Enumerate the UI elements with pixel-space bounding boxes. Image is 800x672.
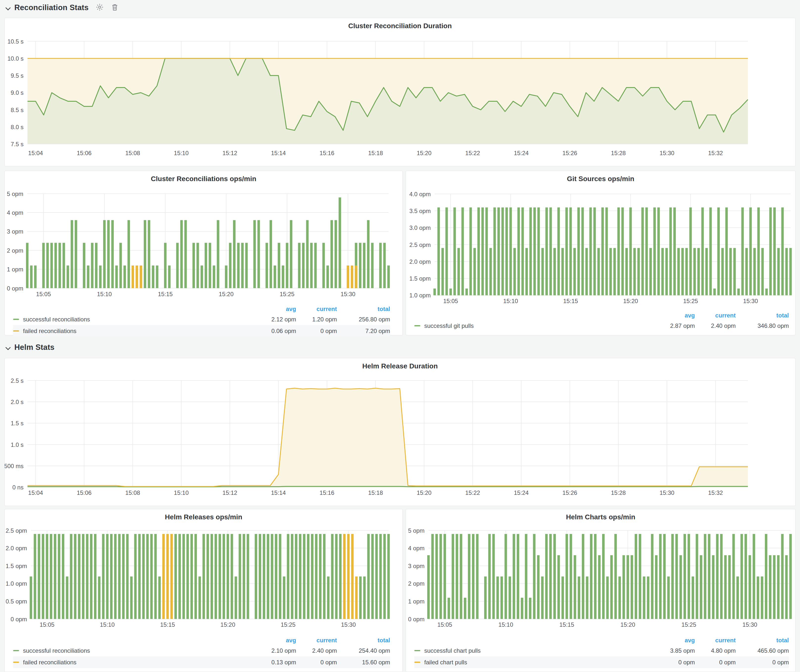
- legend-header: avg current total: [13, 636, 390, 645]
- legend-row: successful chart pulls 3.85 opm 4.80 opm…: [414, 645, 789, 656]
- svg-text:15:30: 15:30: [659, 490, 674, 496]
- series-color-dash: [13, 662, 19, 663]
- svg-text:0 ns: 0 ns: [12, 484, 24, 491]
- col-current[interactable]: current: [695, 312, 736, 319]
- series-color-dash: [414, 650, 420, 651]
- series-label: failed chart pulls: [424, 659, 467, 666]
- section-title[interactable]: Helm Stats: [14, 343, 54, 352]
- svg-text:3 opm: 3 opm: [408, 563, 424, 569]
- svg-text:5 opm: 5 opm: [408, 527, 424, 534]
- svg-text:15:16: 15:16: [320, 150, 334, 156]
- svg-text:15:18: 15:18: [368, 490, 383, 496]
- stat-total: 7.20 opm: [337, 328, 390, 334]
- svg-text:10.0 s: 10.0 s: [7, 55, 24, 62]
- svg-text:1 opm: 1 opm: [408, 598, 424, 605]
- chevron-down-icon[interactable]: [5, 5, 11, 10]
- svg-text:15:15: 15:15: [160, 621, 175, 628]
- svg-text:0 opm: 0 opm: [408, 616, 424, 622]
- col-total[interactable]: total: [736, 312, 789, 319]
- stat-total: 465.60 opm: [736, 647, 789, 654]
- stat-current: 2.40 opm: [296, 647, 337, 654]
- svg-text:4 opm: 4 opm: [408, 545, 424, 552]
- stat-total: 346.80 opm: [736, 322, 789, 329]
- section-reconciliation-stats: Reconciliation Stats: [5, 3, 119, 12]
- legend-row: failed reconciliations 0.13 opm 0 opm 15…: [13, 656, 390, 668]
- svg-text:1 opm: 1 opm: [7, 266, 23, 273]
- svg-text:1.5 opm: 1.5 opm: [6, 563, 27, 569]
- legend-row: failed reconciliations 0.06 opm 0 opm 7.…: [13, 325, 390, 337]
- svg-text:2 opm: 2 opm: [7, 247, 23, 254]
- svg-text:15:10: 15:10: [100, 621, 115, 628]
- stat-avg: 0.13 opm: [253, 659, 296, 666]
- svg-text:2 opm: 2 opm: [408, 580, 424, 587]
- stat-total: 0 opm: [736, 659, 789, 666]
- col-total[interactable]: total: [337, 637, 390, 644]
- col-avg[interactable]: avg: [651, 312, 695, 319]
- col-total[interactable]: total: [736, 637, 789, 644]
- col-current[interactable]: current: [296, 637, 337, 644]
- svg-text:15:05: 15:05: [443, 298, 458, 304]
- panel-cluster-reconciliations-ops: Cluster Reconciliations ops/min 0 opm1 o…: [5, 171, 403, 335]
- svg-text:0.5 opm: 0.5 opm: [6, 598, 27, 605]
- trash-icon[interactable]: [111, 3, 119, 12]
- svg-text:1.5 opm: 1.5 opm: [410, 275, 431, 282]
- svg-text:15:30: 15:30: [341, 291, 355, 298]
- chevron-down-icon[interactable]: [5, 345, 11, 350]
- svg-text:15:30: 15:30: [742, 621, 757, 628]
- cluster-reconciliation-duration-chart[interactable]: 7.5 s8.0 s8.5 s9.0 s9.5 s10.0 s10.5 s15:…: [5, 18, 795, 166]
- section-title[interactable]: Reconciliation Stats: [14, 3, 88, 12]
- svg-text:15:12: 15:12: [222, 150, 237, 156]
- stat-total: 15.60 opm: [337, 659, 390, 666]
- legend: avg current total successful git pulls 2…: [414, 311, 789, 331]
- svg-text:0 opm: 0 opm: [7, 285, 23, 292]
- svg-text:2.0 s: 2.0 s: [11, 398, 24, 405]
- series-label: failed reconciliations: [23, 659, 77, 666]
- col-avg[interactable]: avg: [253, 306, 296, 312]
- gear-icon[interactable]: [96, 3, 104, 12]
- series-label: successful reconciliations: [23, 316, 90, 323]
- series-color-dash: [13, 319, 19, 320]
- panel-git-sources-ops: Git Sources ops/min 1.0 opm1.5 opm2.0 op…: [406, 171, 795, 335]
- legend-row: successful git pulls 2.87 opm 2.40 opm 3…: [414, 320, 789, 331]
- stat-current: 2.40 opm: [695, 322, 736, 329]
- svg-text:0 opm: 0 opm: [11, 616, 27, 622]
- svg-text:4 opm: 4 opm: [7, 209, 23, 216]
- series-label: successful git pulls: [424, 322, 474, 329]
- svg-text:15:08: 15:08: [125, 150, 140, 156]
- legend: avg current total successful reconciliat…: [13, 305, 390, 337]
- col-avg[interactable]: avg: [651, 637, 695, 644]
- svg-text:10.5 s: 10.5 s: [7, 38, 24, 45]
- git-sources-ops-chart[interactable]: 1.0 opm1.5 opm2.0 opm2.5 opm3.0 opm3.5 o…: [406, 171, 795, 335]
- series-color-dash: [414, 662, 420, 663]
- svg-text:15:10: 15:10: [174, 490, 189, 496]
- svg-text:15:15: 15:15: [158, 291, 173, 298]
- svg-text:1.0 opm: 1.0 opm: [410, 292, 431, 299]
- svg-text:15:16: 15:16: [320, 490, 334, 496]
- helm-release-duration-chart[interactable]: 0 ns500 ms1.0 s1.5 s2.0 s2.5 s15:0415:06…: [5, 358, 795, 506]
- stat-avg: 0 opm: [651, 659, 695, 666]
- svg-text:3 opm: 3 opm: [7, 228, 23, 235]
- svg-text:1.5 s: 1.5 s: [11, 420, 24, 427]
- svg-text:9.5 s: 9.5 s: [11, 72, 24, 79]
- svg-text:5 opm: 5 opm: [7, 190, 23, 197]
- stat-current: 0 opm: [695, 659, 736, 666]
- svg-text:15:06: 15:06: [77, 490, 91, 496]
- col-total[interactable]: total: [337, 306, 390, 312]
- svg-text:4.0 opm: 4.0 opm: [410, 191, 431, 197]
- stat-avg: 2.12 opm: [253, 316, 296, 323]
- svg-text:15:22: 15:22: [465, 150, 480, 156]
- svg-text:15:14: 15:14: [271, 490, 286, 496]
- col-current[interactable]: current: [695, 637, 736, 644]
- svg-text:8.5 s: 8.5 s: [11, 107, 24, 113]
- legend-row: failed chart pulls 0 opm 0 opm 0 opm: [414, 656, 789, 668]
- panel-helm-charts-ops: Helm Charts ops/min 0 opm1 opm2 opm3 opm…: [406, 509, 795, 672]
- col-avg[interactable]: avg: [253, 637, 296, 644]
- stat-total: 254.40 opm: [337, 647, 390, 654]
- series-color-dash: [414, 325, 420, 326]
- svg-text:15:25: 15:25: [281, 621, 296, 628]
- svg-text:15:15: 15:15: [559, 621, 574, 628]
- col-current[interactable]: current: [296, 306, 337, 312]
- svg-text:15:10: 15:10: [97, 291, 112, 298]
- stat-avg: 2.10 opm: [253, 647, 296, 654]
- svg-text:2.0 opm: 2.0 opm: [410, 258, 431, 265]
